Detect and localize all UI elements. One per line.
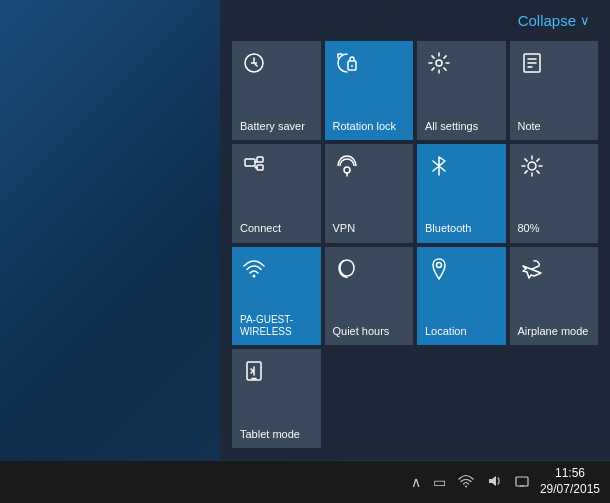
svg-rect-6 xyxy=(257,157,263,162)
collapse-button[interactable]: Collapse ∨ xyxy=(514,10,594,31)
brightness-icon xyxy=(520,154,544,178)
svg-point-3 xyxy=(436,60,442,66)
svg-point-11 xyxy=(437,262,442,267)
svg-rect-14 xyxy=(516,477,528,486)
tile-airplane-label: Airplane mode xyxy=(518,297,589,338)
location-icon xyxy=(427,257,451,281)
svg-point-10 xyxy=(253,274,256,277)
chevron-up-icon[interactable]: ∧ xyxy=(411,474,421,490)
note-icon xyxy=(520,51,544,75)
svg-rect-5 xyxy=(245,159,255,166)
connect-icon xyxy=(242,154,266,178)
bluetooth-icon xyxy=(427,154,451,178)
tile-vpn[interactable]: VPN xyxy=(325,144,414,243)
quiet-hours-icon xyxy=(335,257,359,281)
quick-actions-grid: Battery saver Rotation lock All settings xyxy=(232,41,598,448)
taskbar-volume-icon[interactable] xyxy=(486,474,502,491)
tile-quiet-hours[interactable]: Quiet hours xyxy=(325,247,414,346)
tile-battery-saver-label: Battery saver xyxy=(240,92,305,133)
tile-tablet-mode-label: Tablet mode xyxy=(240,400,300,441)
vpn-icon xyxy=(335,154,359,178)
all-settings-icon xyxy=(427,51,451,75)
tile-battery-saver[interactable]: Battery saver xyxy=(232,41,321,140)
tile-note[interactable]: Note xyxy=(510,41,599,140)
collapse-row: Collapse ∨ xyxy=(232,10,598,31)
tile-airplane-mode[interactable]: Airplane mode xyxy=(510,247,599,346)
rotation-lock-icon xyxy=(335,51,359,75)
taskbar-time: 11:56 xyxy=(555,466,585,482)
taskbar-wifi-icon[interactable] xyxy=(458,474,474,491)
svg-point-13 xyxy=(465,485,467,487)
tablet-mode-icon xyxy=(242,359,266,383)
taskbar: ∧ ▭ 11:56 29/07/2015 xyxy=(0,461,610,503)
tile-connect[interactable]: Connect xyxy=(232,144,321,243)
action-center-panel: Collapse ∨ Battery saver Rotation lock xyxy=(220,0,610,460)
tile-brightness-label: 80% xyxy=(518,194,540,235)
taskbar-clock[interactable]: 11:56 29/07/2015 xyxy=(540,466,600,497)
tile-bluetooth[interactable]: Bluetooth xyxy=(417,144,506,243)
taskbar-battery-icon[interactable]: ▭ xyxy=(433,474,446,490)
tile-wifi[interactable]: PA-GUEST- WIRELESS xyxy=(232,247,321,346)
tile-wifi-label: PA-GUEST- WIRELESS xyxy=(240,286,293,338)
tile-connect-label: Connect xyxy=(240,194,281,235)
tile-all-settings[interactable]: All settings xyxy=(417,41,506,140)
tile-location[interactable]: Location xyxy=(417,247,506,346)
taskbar-notification-icon[interactable] xyxy=(514,474,530,491)
tile-brightness[interactable]: 80% xyxy=(510,144,599,243)
wifi-icon xyxy=(242,257,266,281)
svg-point-9 xyxy=(528,162,536,170)
tile-location-label: Location xyxy=(425,297,467,338)
tile-note-label: Note xyxy=(518,92,541,133)
tile-bluetooth-label: Bluetooth xyxy=(425,194,471,235)
tile-rotation-lock[interactable]: Rotation lock xyxy=(325,41,414,140)
tile-quiet-hours-label: Quiet hours xyxy=(333,297,390,338)
taskbar-system-icons: ∧ ▭ xyxy=(411,474,530,491)
tile-vpn-label: VPN xyxy=(333,194,356,235)
tile-rotation-lock-label: Rotation lock xyxy=(333,92,397,133)
tile-all-settings-label: All settings xyxy=(425,92,478,133)
svg-point-8 xyxy=(344,167,350,173)
battery-saver-icon xyxy=(242,51,266,75)
svg-point-2 xyxy=(351,65,353,67)
svg-rect-7 xyxy=(257,165,263,170)
tile-tablet-mode[interactable]: Tablet mode xyxy=(232,349,321,448)
collapse-label: Collapse xyxy=(518,12,576,29)
taskbar-date: 29/07/2015 xyxy=(540,482,600,498)
collapse-chevron-icon: ∨ xyxy=(580,13,590,28)
airplane-icon xyxy=(520,257,544,281)
